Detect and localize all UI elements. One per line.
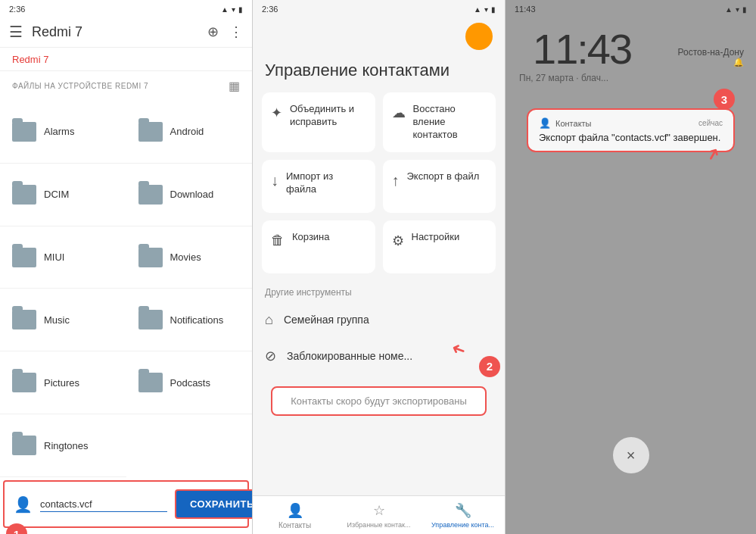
folder-name-music: Music [44, 314, 70, 326]
section-label: ФАЙЛЫ НА УСТРОЙСТВЕ REDMI 7 [12, 82, 148, 90]
family-icon: ⌂ [265, 312, 273, 328]
notif-app-icon: 👤 [539, 117, 551, 129]
notif-header: 👤 Контакты сейчас [539, 117, 723, 129]
menu-icon[interactable]: ☰ [9, 23, 23, 41]
status-time-3: 11:43 [515, 5, 536, 14]
folder-name-podcasts: Podcasts [170, 377, 210, 389]
action-export[interactable]: ↑ Экспорт в файл [383, 160, 496, 213]
folder-icon-ringtones [12, 436, 36, 455]
status-icons-2: ▲ ▾ ▮ [474, 5, 496, 14]
app-logo [465, 23, 493, 50]
status-bar-1: 2:36 ▲ ▾ ▮ [0, 0, 252, 17]
folder-name-pictures: Pictures [44, 377, 79, 389]
panel-contacts-manager: 2:36 ▲ ▾ ▮ Управление контактами ✦ Объед… [253, 0, 506, 534]
export-toast: Контакты скоро будут экспортированы [271, 386, 487, 416]
section-header: ФАЙЛЫ НА УСТРОЙСТВЕ REDMI 7 ▦ [0, 71, 252, 98]
folder-icon-alarms [12, 122, 36, 142]
restore-icon: ☁ [392, 105, 406, 121]
tab-favorites-label: Избранные контак... [347, 521, 410, 529]
settings-label: Настройки [412, 231, 460, 244]
merge-label: Объединить и исправить [290, 103, 366, 129]
tab-manage-label: Управление конта... [431, 521, 494, 529]
step2-badge: 2 [479, 356, 500, 377]
list-item[interactable]: Download [126, 164, 253, 226]
folder-icon-dcim [12, 185, 36, 205]
lock-time: 11:43 [518, 24, 631, 73]
weather-label: 🔔 [733, 58, 744, 67]
wifi-icon-2: ▾ [484, 5, 488, 14]
blocked-label: Заблокированные номе... [287, 350, 412, 362]
list-item[interactable]: MIUI [0, 226, 126, 289]
action-restore[interactable]: ☁ Восстано вление контактов [383, 92, 496, 152]
wifi-icon: ▾ [232, 5, 235, 14]
list-item[interactable]: DCIM [0, 164, 126, 226]
blocked-icon: ⊘ [265, 348, 276, 364]
tab-manage[interactable]: 🔧 Управление конта... [421, 496, 505, 534]
contacts-tab-icon: 👤 [287, 502, 303, 519]
action-import[interactable]: ↓ Импорт из файла [262, 160, 375, 213]
action-trash[interactable]: 🗑 Корзина [262, 220, 375, 273]
folder-name-alarms: Alarms [44, 126, 74, 137]
status-icons-1: ▲ ▾ ▮ [221, 5, 243, 14]
folder-icon-download [138, 185, 163, 205]
save-button[interactable]: СОХРАНИТЬ [175, 489, 253, 519]
tab-contacts[interactable]: 👤 Контакты [253, 496, 337, 534]
lock-date: Пн, 27 марта · блач... [519, 73, 608, 83]
manage-tab-icon: 🔧 [455, 502, 471, 519]
folder-name-dcim: DCIM [44, 189, 69, 200]
grid-view-icon[interactable]: ▦ [229, 79, 240, 93]
trash-icon: 🗑 [271, 233, 285, 248]
folder-icon-android [138, 122, 163, 142]
tab-favorites[interactable]: ☆ Избранные контак... [337, 496, 421, 534]
list-item[interactable]: Movies [126, 226, 253, 289]
filename-input[interactable] [40, 497, 167, 512]
list-item[interactable]: Notifications [126, 289, 253, 351]
folder-icon-podcasts [138, 373, 163, 392]
export-label: Экспорт в файл [407, 170, 480, 183]
export-icon: ↑ [392, 172, 400, 189]
more-options-icon[interactable]: ⋮ [229, 23, 243, 40]
family-label: Семейная группа [284, 314, 369, 326]
toolbar-action-icons: ⊕ ⋮ [207, 23, 243, 40]
notif-app-name: Контакты [555, 119, 592, 128]
breadcrumb-link[interactable]: Redmi 7 [12, 54, 48, 65]
add-folder-icon[interactable]: ⊕ [207, 23, 219, 40]
list-item[interactable]: Pictures [0, 351, 126, 414]
list-item[interactable]: Music [0, 289, 126, 351]
tool-family[interactable]: ⌂ Семейная группа [253, 302, 505, 338]
action-settings[interactable]: ⚙ Настройки [383, 220, 496, 273]
import-label: Импорт из файла [286, 170, 366, 196]
close-button[interactable]: × [613, 437, 649, 473]
list-item[interactable]: Ringtones [0, 414, 126, 477]
close-icon: × [627, 447, 636, 464]
list-item[interactable]: Android [126, 101, 253, 164]
wifi-icon-3: ▾ [736, 5, 739, 14]
save-bar: 👤 СОХРАНИТЬ [3, 480, 249, 528]
folder-name-movies: Movies [170, 251, 201, 263]
export-toast-wrapper: 2 ➜ Контакты скоро будут экспортированы [262, 382, 496, 420]
folder-name-miui: MIUI [44, 251, 64, 263]
step3-badge: 3 [714, 89, 735, 110]
restore-label: Восстано вление контактов [413, 103, 487, 142]
signal-icon-2: ▲ [474, 5, 481, 14]
list-item[interactable]: Podcasts [126, 351, 253, 414]
p2-top-bar [253, 17, 505, 55]
tools-label: Другие инструменты [253, 281, 505, 302]
status-time-1: 2:36 [9, 5, 25, 14]
action-grid: ✦ Объединить и исправить ☁ Восстано влен… [253, 92, 505, 273]
folder-icon-music [12, 310, 36, 329]
notification-card[interactable]: 👤 Контакты сейчас Экспорт файла "contact… [527, 108, 735, 152]
import-icon: ↓ [271, 172, 278, 189]
p2-content: Управление контактами ✦ Объединить и исп… [253, 17, 505, 495]
list-item[interactable]: Alarms [0, 101, 126, 164]
folder-icon-movies [138, 248, 163, 267]
signal-icon: ▲ [221, 5, 229, 14]
folder-icon-notifications [138, 310, 163, 329]
breadcrumb-bar: Redmi 7 [0, 48, 252, 71]
contact-small-icon: 👤 [14, 495, 33, 514]
action-merge[interactable]: ✦ Объединить и исправить [262, 92, 375, 152]
step1-badge: 1 [6, 523, 27, 534]
folder-icon-pictures [12, 373, 36, 392]
battery-icon-2: ▮ [491, 5, 496, 14]
battery-icon: ▮ [238, 5, 243, 14]
